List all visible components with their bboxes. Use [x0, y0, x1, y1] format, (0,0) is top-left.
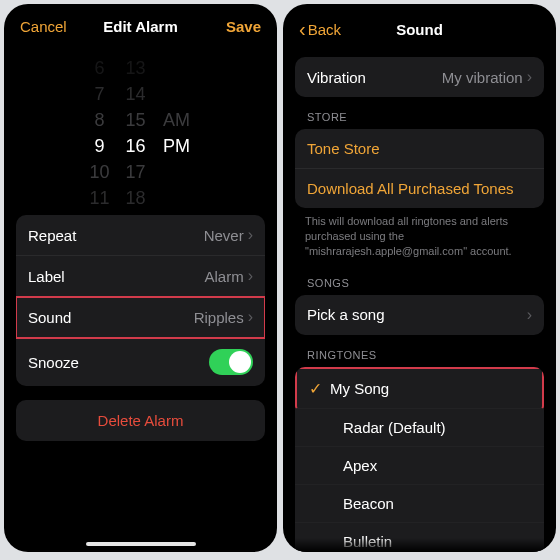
page-title: Edit Alarm — [103, 18, 177, 35]
sound-nav: ‹ Back Sound — [283, 4, 556, 51]
tone-store-row[interactable]: Tone Store — [295, 129, 544, 169]
ringtone-item[interactable]: Apex — [295, 447, 544, 485]
chevron-right-icon: › — [248, 267, 253, 285]
ringtones-header: RINGTONES — [307, 349, 532, 361]
edit-alarm-screen: Cancel Edit Alarm Save 6 7 8 9 10 11 — [4, 4, 277, 552]
snooze-row: Snooze — [16, 338, 265, 386]
songs-header: SONGS — [307, 277, 532, 289]
download-note: This will download all ringtones and ale… — [283, 208, 556, 263]
repeat-row[interactable]: Repeat Never› — [16, 215, 265, 256]
pick-song-row[interactable]: Pick a song › — [295, 295, 544, 335]
cancel-button[interactable]: Cancel — [20, 18, 80, 35]
page-title: Sound — [396, 21, 443, 38]
delete-alarm-button[interactable]: Delete Alarm — [16, 400, 265, 441]
checkmark-icon: ✓ — [309, 379, 322, 398]
chevron-right-icon: › — [527, 68, 532, 86]
home-indicator[interactable] — [86, 542, 196, 546]
chevron-right-icon: › — [527, 306, 532, 324]
vibration-row[interactable]: Vibration My vibration› — [295, 57, 544, 97]
ringtone-item[interactable]: Radar (Default) — [295, 409, 544, 447]
ringtones-list: ✓ My Song Radar (Default) Apex Beacon Bu… — [295, 367, 544, 552]
chevron-right-icon: › — [248, 226, 253, 244]
edit-alarm-nav: Cancel Edit Alarm Save — [4, 4, 277, 45]
chevron-right-icon: › — [248, 308, 253, 326]
sound-screen: ‹ Back Sound Vibration My vibration› STO… — [283, 4, 556, 552]
time-picker[interactable]: 6 7 8 9 10 11 13 14 15 16 17 18 — [4, 45, 277, 205]
save-button[interactable]: Save — [201, 18, 261, 35]
ampm-column[interactable]: AM PM — [162, 45, 192, 205]
hour-column[interactable]: 6 7 8 9 10 11 — [89, 45, 109, 205]
chevron-left-icon: ‹ — [299, 18, 306, 41]
download-tones-row[interactable]: Download All Purchased Tones — [295, 169, 544, 208]
ringtone-item[interactable]: ✓ My Song — [295, 367, 544, 409]
minute-column[interactable]: 13 14 15 16 17 18 — [126, 45, 146, 205]
back-button[interactable]: ‹ Back — [299, 18, 359, 41]
ringtone-item[interactable]: Beacon — [295, 485, 544, 523]
snooze-toggle[interactable] — [209, 349, 253, 375]
store-header: STORE — [307, 111, 532, 123]
sound-row[interactable]: Sound Ripples› — [16, 297, 265, 338]
label-row[interactable]: Label Alarm› — [16, 256, 265, 297]
